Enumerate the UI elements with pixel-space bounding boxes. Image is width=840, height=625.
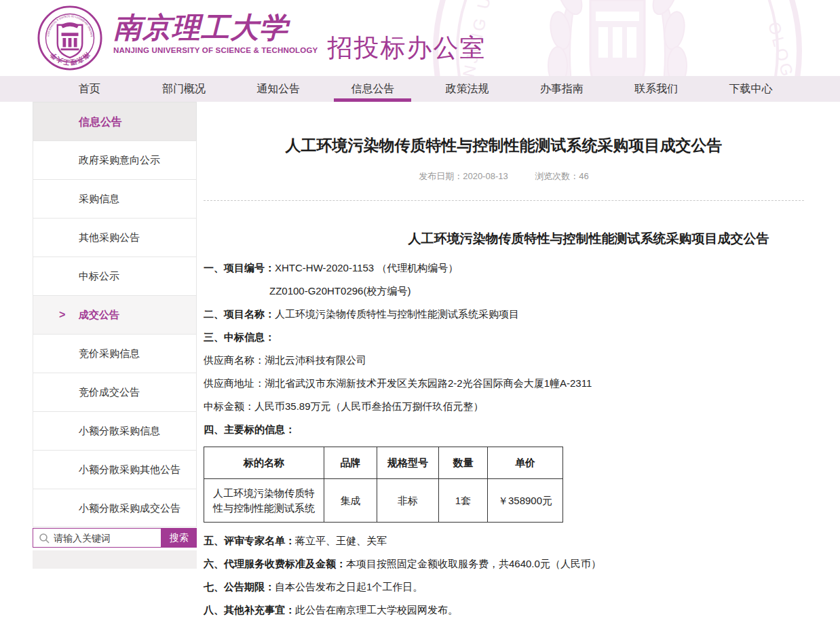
sidebar-item-label: 采购信息 (79, 193, 119, 204)
table-row: 人工环境污染物传质特性与控制性能测试系统集成非标1套￥358900元 (204, 479, 563, 523)
publish-date-label: 发布日期： (419, 171, 463, 181)
article-paragraph: ZZ0100-G20HT0296(校方编号) (204, 284, 804, 298)
sidebar-item-label: 竞价采购信息 (79, 347, 140, 359)
article-paragraph: 五、评审专家名单：蒋立平、王健、关军 (204, 533, 804, 548)
paragraph-text: 本项目按照固定金额收取服务费，共4640.0元（人民币） (346, 558, 601, 569)
paragraph-label: 八、其他补充事宜： (204, 604, 295, 615)
article-paragraph: 一、项目编号：XHTC-HW-2020-1153 （代理机构编号） (204, 261, 804, 275)
search-button[interactable]: 搜索 (161, 528, 197, 548)
office-title: 招投标办公室 (327, 5, 486, 65)
nav-item-4[interactable]: 政策法规 (420, 76, 514, 102)
table-cell: 1套 (439, 479, 488, 523)
search-icon (39, 533, 50, 544)
nav-item-2[interactable]: 通知公告 (231, 76, 326, 102)
views-value: 46 (579, 171, 588, 181)
article-paragraph: 三、中标信息： (204, 330, 804, 344)
article-paragraph: 供应商地址：湖北省武汉市东湖新技术开发区关东园路2-2光谷国际商会大厦1幢A-2… (204, 376, 804, 390)
sidebar-item-8[interactable]: >小额分散采购其他公告 (33, 450, 197, 489)
nav-item-1[interactable]: 部门概况 (136, 76, 231, 102)
views-meta: 浏览次数：46 (535, 171, 588, 181)
university-name-cn: 南京理工大学 (113, 11, 318, 45)
sidebar-item-1[interactable]: >采购信息 (33, 179, 197, 218)
search-box (33, 528, 161, 548)
paragraph-label: 六、代理服务收费标准及金额： (204, 558, 346, 569)
nav-item-3[interactable]: 信息公告 (326, 76, 420, 102)
article-title: 人工环境污染物传质特性与控制性能测试系统采购项目成交公告 (204, 136, 804, 155)
article-paragraph: 八、其他补充事宜：此公告在南京理工大学校园网发布。 (204, 603, 804, 617)
article-meta: 发布日期：2020-08-13 浏览次数：46 (204, 170, 804, 183)
sidebar-item-label: 小额分散采购其他公告 (79, 463, 180, 475)
sidebar-item-label: 成交公告 (79, 309, 119, 320)
article-paragraph: 二、项目名称：人工环境污染物传质特性与控制性能测试系统采购项目 (204, 307, 804, 321)
nav-item-7[interactable]: 下载中心 (704, 76, 798, 102)
paragraph-text: 供应商地址：湖北省武汉市东湖新技术开发区关东园路2-2光谷国际商会大厦1幢A-2… (204, 377, 592, 389)
paragraph-label: 四、主要标的信息： (204, 423, 295, 435)
sidebar-item-6[interactable]: >竞价成交公告 (33, 373, 197, 411)
nav-item-5[interactable]: 办事指南 (514, 76, 609, 102)
goods-table-header: 标的名称 (204, 447, 324, 479)
article-body: 一、项目编号：XHTC-HW-2020-1153 （代理机构编号）ZZ0100-… (204, 261, 804, 617)
goods-table-body: 人工环境污染物传质特性与控制性能测试系统集成非标1套￥358900元 (204, 479, 563, 523)
table-cell: 集成 (324, 479, 377, 523)
goods-table-header: 品牌 (324, 447, 377, 479)
paragraph-label: 二、项目名称： (204, 308, 275, 320)
article-paragraph: 六、代理服务收费标准及金额：本项目按照固定金额收取服务费，共4640.0元（人民… (204, 556, 804, 571)
sidebar-item-5[interactable]: >竞价采购信息 (33, 334, 197, 373)
search-input[interactable] (54, 533, 161, 544)
watermark-fragment-right: OLOGY (765, 20, 801, 76)
sidebar-item-3[interactable]: >中标公示 (33, 257, 197, 295)
sidebar-search-row: 搜索 (33, 528, 197, 548)
goods-table-head: 标的名称品牌规格型号数量单价 (204, 447, 563, 479)
paragraph-text: 人工环境污染物传质特性与控制性能测试系统采购项目 (275, 308, 519, 320)
paragraphs-before-table: 一、项目编号：XHTC-HW-2020-1153 （代理机构编号）ZZ0100-… (204, 261, 804, 436)
sidebar-item-label: 其他采购公告 (79, 231, 140, 243)
sidebar-item-label: 政府采购意向公示 (79, 154, 160, 166)
goods-table-header: 规格型号 (377, 447, 439, 479)
table-cell: ￥358900元 (488, 479, 563, 523)
article-paragraph: 供应商名称：湖北云沛科技有限公司 (204, 353, 804, 367)
sidebar-header: 信息公告 (33, 102, 197, 140)
site-header: 1953 NJING U OLOGY 南京理工大学 NANJING UNIVER… (0, 0, 840, 76)
sidebar-item-label: 中标公示 (79, 270, 119, 282)
article-paragraph: 七、公告期限：自本公告发布之日起1个工作日。 (204, 580, 804, 594)
nav-item-6[interactable]: 联系我们 (609, 76, 704, 102)
article-inner-title: 人工环境污染物传质特性与控制性能测试系统采购项目成交公告 (204, 231, 804, 247)
paragraph-label: 五、评审专家名单： (204, 535, 295, 546)
paragraph-label: 一、项目编号： (204, 262, 275, 273)
sidebar-item-9[interactable]: >小额分散采购成交公告 (33, 489, 197, 527)
table-cell: 人工环境污染物传质特性与控制性能测试系统 (204, 479, 324, 523)
publish-date-meta: 发布日期：2020-08-13 (419, 171, 508, 181)
paragraph-label: 七、公告期限： (204, 581, 275, 592)
publish-date-value: 2020-08-13 (463, 171, 508, 181)
goods-table-header: 数量 (439, 447, 488, 479)
table-cell: 非标 (377, 479, 439, 523)
sidebar: 信息公告 >政府采购意向公示>采购信息>其他采购公告>中标公示>成交公告>竞价采… (33, 102, 197, 569)
main-content: 人工环境污染物传质特性与控制性能测试系统采购项目成交公告 发布日期：2020-0… (204, 102, 804, 625)
goods-table-header: 单价 (488, 447, 563, 479)
article-paragraph: 四、主要标的信息： (204, 422, 804, 436)
paragraph-text: 蒋立平、王健、关军 (295, 535, 387, 546)
sidebar-item-label: 竞价成交公告 (79, 386, 140, 398)
paragraph-label: 三、中标信息： (204, 331, 275, 343)
article-paragraph: 中标金额：人民币35.89万元（人民币叁拾伍万捌仟玖佰元整） (204, 399, 804, 413)
sidebar-list: >政府采购意向公示>采购信息>其他采购公告>中标公示>成交公告>竞价采购信息>竞… (33, 140, 197, 527)
paragraph-text: 供应商名称：湖北云沛科技有限公司 (204, 354, 366, 366)
university-name-block: 南京理工大学 NANJING UNIVERSITY OF SCIENCE & T… (113, 5, 318, 54)
dashed-divider (204, 200, 804, 201)
goods-table: 标的名称品牌规格型号数量单价 人工环境污染物传质特性与控制性能测试系统集成非标1… (204, 447, 563, 523)
university-logo-icon: 南京理工大学 NANJING UNIVERSITY OF SCIENCE & T… (37, 5, 102, 71)
sidebar-item-0[interactable]: >政府采购意向公示 (33, 140, 197, 179)
main-nav: 首页部门概况通知公告信息公告政策法规办事指南联系我们下载中心 (0, 76, 840, 102)
chevron-right-icon: > (59, 296, 65, 334)
sidebar-item-label: 小额分散采购信息 (79, 425, 160, 436)
paragraph-text: XHTC-HW-2020-1153 （代理机构编号） (275, 262, 458, 273)
sidebar-item-7[interactable]: >小额分散采购信息 (33, 411, 197, 450)
sidebar-item-4[interactable]: >成交公告 (33, 295, 197, 334)
sidebar-footer-strip (33, 550, 197, 569)
nav-item-0[interactable]: 首页 (42, 76, 136, 102)
body-row: 信息公告 >政府采购意向公示>采购信息>其他采购公告>中标公示>成交公告>竞价采… (0, 102, 840, 625)
paragraph-text: 中标金额：人民币35.89万元（人民币叁拾伍万捌仟玖佰元整） (204, 400, 484, 412)
paragraph-text: 自本公告发布之日起1个工作日。 (275, 581, 423, 592)
brand-block: 南京理工大学 NANJING UNIVERSITY OF SCIENCE & T… (37, 5, 486, 71)
sidebar-item-2[interactable]: >其他采购公告 (33, 218, 197, 257)
